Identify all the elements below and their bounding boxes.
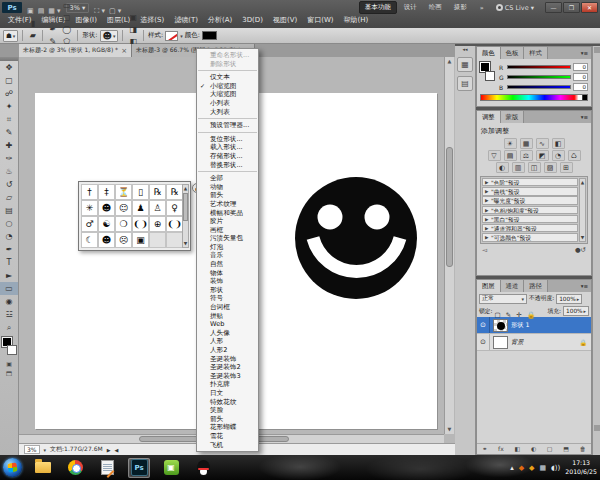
scroll-down-icon[interactable]: ▼: [445, 425, 454, 434]
expand-panels-icon[interactable]: ◂◂: [455, 46, 475, 53]
shape-menu-item[interactable]: 飞机: [197, 441, 258, 450]
layer-style-icon[interactable]: fx: [498, 445, 504, 452]
medical-star-shape[interactable]: ✳: [81, 200, 98, 216]
shape-menu-item[interactable]: 画框: [197, 226, 258, 235]
volume-icon[interactable]: ◖)): [551, 463, 560, 473]
adjustment-preset-row[interactable]: ▶"色相/饱和度"预设: [482, 206, 578, 214]
ellipse-tool-button[interactable]: ◯: [60, 24, 73, 36]
background-color-swatch[interactable]: [7, 345, 17, 355]
minimize-button[interactable]: —: [545, 2, 562, 13]
taskbar-notepad-icon[interactable]: [96, 458, 118, 478]
smiley-shape[interactable]: ☻: [98, 232, 115, 248]
taskbar-qq-icon[interactable]: [192, 458, 214, 478]
lock-image-icon[interactable]: ✎: [506, 311, 511, 319]
shape-menu-item[interactable]: 箭头: [197, 415, 258, 424]
person-circle-shape[interactable]: ☻: [98, 200, 115, 216]
layer-mask-icon[interactable]: ◧: [515, 445, 521, 452]
shape-menu-item[interactable]: 形状: [197, 286, 258, 295]
shape-picker-scrollbar[interactable]: ▲ ▼: [182, 184, 189, 248]
dock-scroll-bottom[interactable]: [594, 425, 600, 431]
expand-triangle-icon[interactable]: ▶: [485, 179, 488, 186]
system-clock[interactable]: 17:132010/6/25: [565, 459, 597, 477]
lasso-tool[interactable]: ☍: [0, 87, 18, 100]
shape-menu-item[interactable]: 动物: [197, 183, 258, 192]
marquee-tool[interactable]: ▢: [0, 74, 18, 87]
threshold-icon[interactable]: ◫: [528, 162, 541, 173]
shape-menu-item[interactable]: 大缩览图: [197, 90, 258, 99]
vertical-scroll-thumb[interactable]: [446, 147, 453, 267]
channel-value-field[interactable]: 0: [573, 63, 588, 71]
color-panel-tab[interactable]: 样式: [524, 47, 548, 59]
channel-value-field[interactable]: 0: [573, 83, 588, 91]
blur-tool[interactable]: ○: [0, 217, 18, 230]
history-brush-tool[interactable]: ↺: [0, 178, 18, 191]
adjustment-layer-icon[interactable]: ◐: [531, 445, 536, 452]
shape-color-swatch[interactable]: [202, 31, 217, 40]
shape-menu-item[interactable]: 笑脸: [197, 406, 258, 415]
black-white-icon[interactable]: ◩: [536, 150, 549, 161]
channel-value-field[interactable]: 0: [573, 73, 588, 81]
ear-shape[interactable]: ☾: [81, 232, 98, 248]
visibility-eye-icon[interactable]: ⊙: [477, 334, 490, 350]
pen-tool-button[interactable]: ✒: [47, 24, 58, 36]
adjustment-preset-row[interactable]: ▶"曝光度"预设: [482, 196, 578, 204]
vibrance-icon[interactable]: ▽: [488, 150, 501, 161]
channel-slider[interactable]: [507, 85, 571, 89]
screen-mode-button[interactable]: 🗖: [0, 368, 18, 378]
type-tool[interactable]: T: [0, 256, 18, 269]
layer-name[interactable]: 形状 1: [511, 321, 530, 330]
layer-thumbnail[interactable]: [493, 319, 508, 332]
picker-scroll-thumb[interactable]: [183, 193, 188, 221]
path-selection-tool[interactable]: ►: [0, 269, 18, 282]
layer-name[interactable]: 背景: [511, 338, 524, 347]
shape-menu-item[interactable]: 圣诞装饰: [197, 355, 258, 364]
shape-menu-item[interactable]: 物体: [197, 269, 258, 278]
collapsed-panel-icon-2[interactable]: ▤: [457, 76, 473, 91]
workspace-button[interactable]: 设计: [399, 2, 422, 13]
presets-scroll-up-icon[interactable]: ▲: [580, 179, 585, 186]
healing-brush-tool[interactable]: ✚: [0, 139, 18, 152]
circle-cross-shape[interactable]: ⊕: [149, 216, 166, 232]
caduceus-outline-shape[interactable]: ‡: [98, 184, 115, 200]
scroll-up-icon[interactable]: ▲: [445, 57, 454, 66]
color-panel-tab[interactable]: 色板: [501, 47, 525, 59]
menubar-item[interactable]: 窗口(W): [302, 14, 338, 27]
empty-cell[interactable]: [166, 232, 183, 248]
crop-tool[interactable]: ⌗: [0, 113, 18, 126]
tool-preset-picker[interactable]: ☗▾: [3, 30, 18, 42]
shape-menu-item[interactable]: 艺术纹理: [197, 200, 258, 209]
shape-menu-item[interactable]: 横幅和奖品: [197, 209, 258, 218]
shape-menu-item[interactable]: 灯泡: [197, 243, 258, 252]
shape-menu-item[interactable]: 胶片: [197, 217, 258, 226]
rx-shape[interactable]: ℞: [149, 184, 166, 200]
add-shape-area-button[interactable]: ▣: [127, 12, 139, 24]
layer-thumbnail[interactable]: [493, 336, 508, 349]
sad-face-shape[interactable]: ☹: [115, 232, 132, 248]
menubar-item[interactable]: 分析(A): [203, 14, 237, 27]
shape-menu-item[interactable]: 装饰: [197, 277, 258, 286]
workspace-button[interactable]: 摄影: [449, 2, 472, 13]
taskbar-folder-icon[interactable]: [32, 458, 54, 478]
gradient-tool[interactable]: ▤: [0, 204, 18, 217]
eraser-tool[interactable]: ▱: [0, 191, 18, 204]
photo-filter-icon[interactable]: ◔: [552, 150, 565, 161]
shape-menu-item[interactable]: 雪花: [197, 432, 258, 441]
taskbar-photoshop-icon[interactable]: Ps: [128, 458, 150, 478]
caduceus-shape[interactable]: †: [81, 184, 98, 200]
shape-menu-item[interactable]: 箭头: [197, 191, 258, 200]
pen-tool[interactable]: ✒: [0, 243, 18, 256]
color-spectrum-ramp[interactable]: [480, 94, 588, 101]
shape-tool[interactable]: ▭: [0, 282, 18, 295]
gradient-map-icon[interactable]: ▨: [544, 162, 557, 173]
shape-menu-item[interactable]: Web: [197, 320, 258, 329]
channel-slider[interactable]: [507, 75, 571, 79]
link-layers-icon[interactable]: ⚭: [482, 445, 487, 452]
panel-menu-icon[interactable]: ▾≡: [581, 47, 591, 59]
tab-close-icon[interactable]: ×: [121, 48, 127, 54]
hourglass-shape[interactable]: ⏳: [115, 184, 132, 200]
male-shape[interactable]: ♂: [81, 216, 98, 232]
person-round2-shape[interactable]: ❍: [115, 216, 132, 232]
adjustments-panel-tab[interactable]: 蒙版: [501, 111, 525, 123]
blank-shape[interactable]: ▯: [132, 184, 149, 200]
dodge-tool[interactable]: ◔: [0, 230, 18, 243]
